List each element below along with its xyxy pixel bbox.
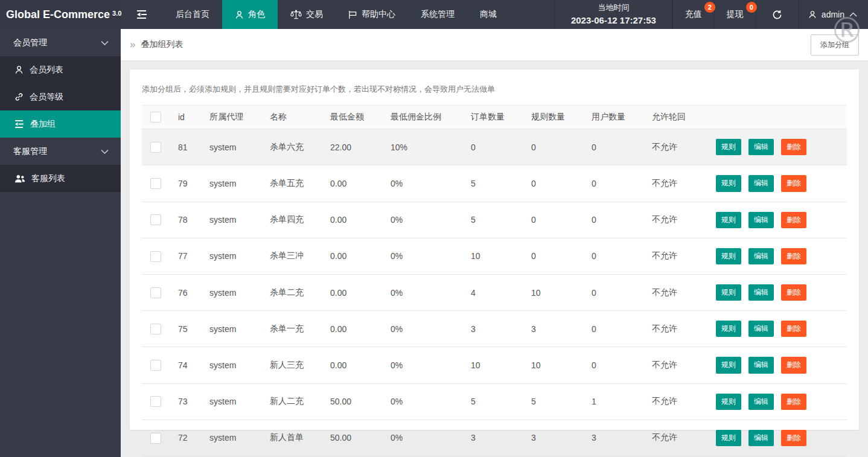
sidebar-item-link[interactable]: 会员等级 xyxy=(0,83,121,110)
cell-min_amount: 0.00 xyxy=(324,165,385,202)
nav-item-role[interactable]: 角色 xyxy=(222,0,278,29)
delete-button[interactable]: 删除 xyxy=(781,321,806,337)
row-checkbox[interactable] xyxy=(150,142,161,153)
cell-min_commission: 0% xyxy=(385,311,465,347)
cell-min_amount: 0.00 xyxy=(324,202,385,238)
add-group-button[interactable]: 添加分组 xyxy=(811,34,859,56)
edit-button[interactable]: 编辑 xyxy=(748,212,774,228)
sidebar-group-0[interactable]: 会员管理 xyxy=(0,29,121,56)
cell-name: 新人三充 xyxy=(264,347,324,383)
column-header: 名称 xyxy=(264,106,324,129)
delete-button[interactable]: 删除 xyxy=(781,175,806,191)
main-area: » 叠加组列表 添加分组 添加分组后，必须添加规则，并且规则需要对应好订单个数，… xyxy=(121,29,868,457)
select-all-checkbox[interactable] xyxy=(150,112,161,123)
rule-button[interactable]: 规则 xyxy=(716,175,741,191)
sidebar: 会员管理会员列表会员等级叠加组客服管理客服列表 xyxy=(0,29,121,457)
rule-button[interactable]: 规则 xyxy=(716,321,741,337)
rule-button[interactable]: 规则 xyxy=(716,248,741,264)
edit-button[interactable]: 编辑 xyxy=(748,430,774,446)
cell-agent: system xyxy=(203,383,264,420)
sidebar-toggle-button[interactable] xyxy=(121,0,163,29)
edit-button[interactable]: 编辑 xyxy=(748,394,774,410)
edit-button[interactable]: 编辑 xyxy=(748,357,774,373)
cell-rules: 5 xyxy=(525,383,586,420)
cell-id: 79 xyxy=(172,165,203,202)
rule-button[interactable]: 规则 xyxy=(716,357,741,373)
row-checkbox[interactable] xyxy=(150,324,161,334)
sidebar-group-1[interactable]: 客服管理 xyxy=(0,138,121,165)
rule-button[interactable]: 规则 xyxy=(716,430,741,446)
cell-agent: system xyxy=(203,311,264,347)
cell-loop: 不允许 xyxy=(646,420,706,456)
refresh-icon xyxy=(772,10,782,20)
rule-button[interactable]: 规则 xyxy=(716,394,741,410)
row-checkbox[interactable] xyxy=(150,178,161,189)
nav-item-trade[interactable]: 交易 xyxy=(278,0,336,29)
row-checkbox[interactable] xyxy=(150,360,161,371)
cell-users: 0 xyxy=(586,275,646,311)
cell-loop: 不允许 xyxy=(646,238,706,274)
breadcrumb-chevrons-icon: » xyxy=(130,39,135,51)
cell-id: 77 xyxy=(172,238,203,274)
row-checkbox[interactable] xyxy=(150,433,161,444)
cell-loop: 不允许 xyxy=(646,347,706,383)
column-header: 最低佣金比例 xyxy=(385,106,465,129)
local-time-value: 2023-06-12 17:27:53 xyxy=(571,14,656,27)
recharge-button[interactable]: 充值 2 xyxy=(672,0,714,29)
edit-button[interactable]: 编辑 xyxy=(748,284,774,301)
cell-rules: 0 xyxy=(525,202,586,238)
username: admin xyxy=(822,10,844,19)
breadcrumb: 叠加组列表 xyxy=(141,39,183,50)
edit-button[interactable]: 编辑 xyxy=(748,175,774,191)
edit-button[interactable]: 编辑 xyxy=(748,139,774,155)
cell-users: 0 xyxy=(586,347,646,383)
cell-users: 3 xyxy=(586,420,646,456)
sidebar-item-user[interactable]: 会员列表 xyxy=(0,56,121,83)
table-row: 72system新人首单50.000%333不允许规则编辑删除 xyxy=(142,420,847,456)
cell-name: 杀单二充 xyxy=(264,275,324,311)
table-row: 81system杀单六充22.0010%000不允许规则编辑删除 xyxy=(142,129,847,165)
row-checkbox[interactable] xyxy=(150,396,161,407)
cell-name: 新人首单 xyxy=(264,420,324,456)
row-checkbox[interactable] xyxy=(150,214,161,225)
withdraw-button[interactable]: 提现 0 xyxy=(714,0,756,29)
rule-button[interactable]: 规则 xyxy=(716,212,741,228)
rule-button[interactable]: 规则 xyxy=(716,139,741,155)
nav-item-mall[interactable]: 商城 xyxy=(467,0,509,29)
delete-button[interactable]: 删除 xyxy=(781,248,806,264)
cell-rules: 3 xyxy=(525,311,586,347)
cell-users: 0 xyxy=(586,238,646,274)
delete-button[interactable]: 删除 xyxy=(781,212,806,228)
cell-orders: 5 xyxy=(465,165,525,202)
edit-button[interactable]: 编辑 xyxy=(748,248,774,264)
refresh-button[interactable] xyxy=(756,0,798,29)
nav-item-home[interactable]: 后台首页 xyxy=(163,0,222,29)
cell-orders: 5 xyxy=(465,383,525,420)
local-time: 当地时间 2023-06-12 17:27:53 xyxy=(555,0,672,29)
rule-button[interactable]: 规则 xyxy=(716,284,741,301)
sidebar-item-users[interactable]: 客服列表 xyxy=(0,165,121,192)
delete-button[interactable]: 删除 xyxy=(781,357,806,373)
delete-button[interactable]: 删除 xyxy=(781,139,806,155)
sidebar-item-label: 客服列表 xyxy=(31,173,65,184)
sidebar-group-label: 客服管理 xyxy=(13,146,47,157)
cell-orders: 0 xyxy=(465,129,525,165)
cell-id: 78 xyxy=(172,202,203,238)
edit-button[interactable]: 编辑 xyxy=(748,321,774,337)
column-header: 用户数量 xyxy=(586,106,646,129)
chevron-down-icon xyxy=(101,40,109,45)
row-checkbox[interactable] xyxy=(150,251,161,262)
user-menu[interactable]: admin xyxy=(798,0,868,29)
delete-button[interactable]: 删除 xyxy=(781,394,806,410)
sidebar-item-list[interactable]: 叠加组 xyxy=(0,110,121,138)
nav-item-system[interactable]: 系统管理 xyxy=(408,0,467,29)
cell-loop: 不允许 xyxy=(646,311,706,347)
user-icon xyxy=(235,10,244,19)
row-checkbox[interactable] xyxy=(150,287,161,298)
table-row: 78system杀单四充0.000%500不允许规则编辑删除 xyxy=(142,202,847,238)
cell-loop: 不允许 xyxy=(646,202,706,238)
delete-button[interactable]: 删除 xyxy=(781,430,806,446)
cell-users: 0 xyxy=(586,311,646,347)
nav-item-help[interactable]: 帮助中心 xyxy=(336,0,408,29)
delete-button[interactable]: 删除 xyxy=(781,284,806,301)
